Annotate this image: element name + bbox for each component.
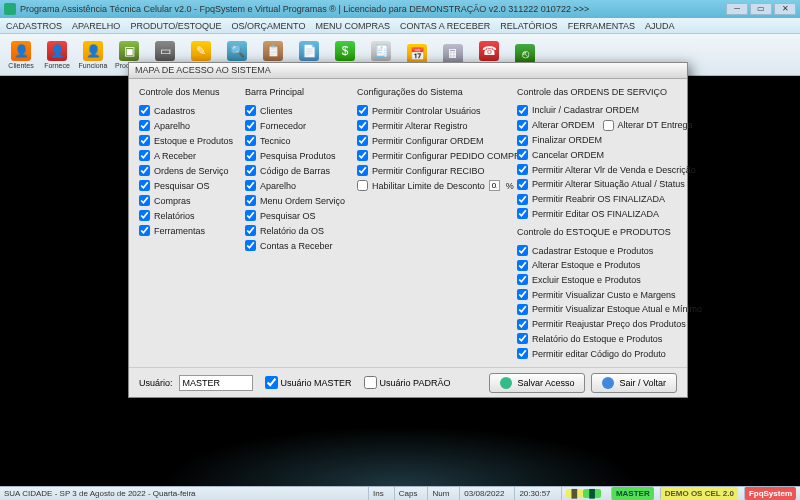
limite-desconto-input[interactable]: [489, 180, 500, 191]
col3-title: Configurações do Sistema: [357, 87, 505, 99]
chk-bp-tecnico[interactable]: Tecnico: [245, 133, 345, 148]
chk-cfg-limite-desconto[interactable]: Habilitar Limite de Desconto %: [357, 178, 505, 193]
chk-os-alterar-status[interactable]: Permitir Alterar Situação Atual / Status: [517, 177, 689, 192]
chk-ep-relatorio[interactable]: Relatório do Estoque e Produtos: [517, 332, 689, 347]
menu-relatorios[interactable]: RELATÓRIOS: [500, 21, 557, 31]
dialog-footer: Usuário: Usuário MASTER Usuário PADRÃO S…: [129, 367, 687, 397]
check-icon: [500, 377, 512, 389]
menu-contas-receber[interactable]: CONTAS A RECEBER: [400, 21, 490, 31]
col1-title: Controle dos Menus: [139, 87, 233, 99]
chk-os-alterar-vlr[interactable]: Permitir Alterar Vlr de Venda e Descriçã…: [517, 162, 689, 177]
chk-ferramentas[interactable]: Ferramentas: [139, 223, 233, 238]
status-location-date: SUA CIDADE - SP 3 de Agosto de 2022 - Qu…: [4, 489, 196, 498]
status-ins: Ins: [368, 487, 388, 500]
status-demo: DEMO OS CEL 2.0: [660, 487, 738, 500]
save-button[interactable]: Salvar Acesso: [489, 373, 585, 393]
chk-os-reabrir[interactable]: Permitir Reabrir OS FINALIZADA: [517, 192, 689, 207]
menu-os-orcamento[interactable]: OS/ORÇAMENTO: [232, 21, 306, 31]
chk-bp-pesquisar-os[interactable]: Pesquisar OS: [245, 208, 345, 223]
tb-clientes[interactable]: 👤Clientes: [4, 36, 38, 74]
maximize-button[interactable]: ▭: [750, 3, 772, 15]
chk-cfg-configurar-ordem[interactable]: Permitir Configurar ORDEM: [357, 133, 505, 148]
chk-pesquisar-os[interactable]: Pesquisar OS: [139, 178, 233, 193]
chk-ep-editar-codigo[interactable]: Permitir editar Código do Produto: [517, 346, 689, 361]
menu-produto-estoque[interactable]: PRODUTO/ESTOQUE: [130, 21, 221, 31]
chk-ep-estoque-minimo[interactable]: Permitir Visualizar Estoque Atual e Míni…: [517, 302, 689, 317]
status-time: 20:30:57: [514, 487, 554, 500]
app-icon: [4, 3, 16, 15]
tb-funciona[interactable]: 👤Funciona: [76, 36, 110, 74]
chk-os-cancelar[interactable]: Cancelar ORDEM: [517, 147, 689, 162]
chk-os-dt-entrega[interactable]: Alterar DT Entrega: [603, 118, 693, 133]
chk-bp-fornecedor[interactable]: Fornecedor: [245, 118, 345, 133]
user-input[interactable]: [179, 375, 253, 391]
chk-ep-excluir[interactable]: Excluir Estoque e Produtos: [517, 273, 689, 288]
chk-relatorios[interactable]: Relatórios: [139, 208, 233, 223]
menu-ferramentas[interactable]: FERRAMENTAS: [568, 21, 635, 31]
arrow-icon: [602, 377, 614, 389]
chk-os-incluir[interactable]: Incluir / Cadastrar ORDEM: [517, 103, 689, 118]
chk-bp-contas-receber[interactable]: Contas a Receber: [245, 238, 345, 253]
status-bar: SUA CIDADE - SP 3 de Agosto de 2022 - Qu…: [0, 486, 800, 500]
chk-usuario-padrao[interactable]: Usuário PADRÃO: [364, 376, 451, 389]
chk-ep-custo-margens[interactable]: Permitir Visualizar Custo e Margens: [517, 287, 689, 302]
chk-bp-pesquisa-produtos[interactable]: Pesquisa Produtos: [245, 148, 345, 163]
menu-bar: CADASTROS APARELHO PRODUTO/ESTOQUE OS/OR…: [0, 18, 800, 34]
chk-ordens-servico[interactable]: Ordens de Serviço: [139, 163, 233, 178]
chk-cfg-alterar-registro[interactable]: Permitir Alterar Registro: [357, 118, 505, 133]
background-glow: [160, 426, 640, 486]
chk-cfg-configurar-pedido[interactable]: Permitir Configurar PEDIDO COMPRA: [357, 148, 505, 163]
chk-ep-reajustar-preco[interactable]: Permitir Reajustar Preço dos Produtos: [517, 317, 689, 332]
status-date: 03/08/2022: [459, 487, 508, 500]
chk-cfg-configurar-recibo[interactable]: Permitir Configurar RECIBO: [357, 163, 505, 178]
chk-usuario-master[interactable]: Usuário MASTER: [265, 376, 352, 389]
chk-cadastros[interactable]: Cadastros: [139, 103, 233, 118]
status-num: Num: [427, 487, 453, 500]
dialog-title: MAPA DE ACESSO AO SISTEMA: [129, 63, 687, 79]
menu-compras[interactable]: MENU COMPRAS: [315, 21, 390, 31]
chk-bp-clientes[interactable]: Clientes: [245, 103, 345, 118]
chk-os-editar-finalizada[interactable]: Permitir Editar OS FINALIZADA: [517, 206, 689, 221]
window-titlebar: Programa Assistência Técnica Celular v2.…: [0, 0, 800, 18]
exit-button[interactable]: Sair / Voltar: [591, 373, 677, 393]
chk-a-receber[interactable]: A Receber: [139, 148, 233, 163]
chk-os-alterar[interactable]: Alterar ORDEM: [517, 118, 595, 133]
chk-aparelho[interactable]: Aparelho: [139, 118, 233, 133]
chk-bp-aparelho[interactable]: Aparelho: [245, 178, 345, 193]
status-caps: Caps: [394, 487, 422, 500]
chk-ep-alterar[interactable]: Alterar Estoque e Produtos: [517, 258, 689, 273]
menu-cadastros[interactable]: CADASTROS: [6, 21, 62, 31]
chk-bp-menu-os[interactable]: Menu Ordem Serviço: [245, 193, 345, 208]
status-brand: FpqSystem: [744, 487, 796, 500]
access-map-dialog: MAPA DE ACESSO AO SISTEMA Controle dos M…: [128, 62, 688, 398]
close-button[interactable]: ✕: [774, 3, 796, 15]
chk-compras[interactable]: Compras: [139, 193, 233, 208]
percent-label: %: [506, 181, 514, 191]
col4a-title: Controle das ORDENS DE SERVIÇO: [517, 87, 689, 99]
chk-cfg-controlar-usuarios[interactable]: Permitir Controlar Usuários: [357, 103, 505, 118]
chk-bp-relatorio-os[interactable]: Relatório da OS: [245, 223, 345, 238]
chk-os-finalizar[interactable]: Finalizar ORDEM: [517, 133, 689, 148]
chk-estoque-produtos[interactable]: Estoque e Produtos: [139, 133, 233, 148]
menu-aparelho[interactable]: APARELHO: [72, 21, 120, 31]
status-user: MASTER: [611, 487, 654, 500]
minimize-button[interactable]: ─: [726, 3, 748, 15]
user-label: Usuário:: [139, 378, 173, 388]
col2-title: Barra Principal: [245, 87, 345, 99]
menu-ajuda[interactable]: AJUDA: [645, 21, 675, 31]
window-title: Programa Assistência Técnica Celular v2.…: [20, 4, 726, 14]
col4b-title: Controle do ESTOQUE e PRODUTOS: [517, 227, 689, 239]
chk-bp-codigo-barras[interactable]: Código de Barras: [245, 163, 345, 178]
tb-fornece[interactable]: 👤Fornece: [40, 36, 74, 74]
chk-ep-cadastrar[interactable]: Cadastrar Estoque e Produtos: [517, 243, 689, 258]
